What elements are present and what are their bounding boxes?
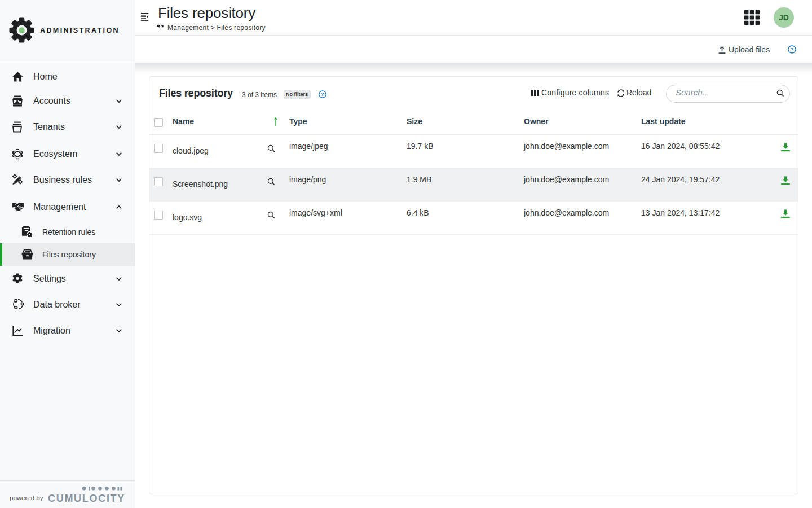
- svg-text:?: ?: [791, 46, 794, 52]
- svg-text:?: ?: [321, 91, 324, 97]
- svg-text:CUMULOCITY: CUMULOCITY: [48, 493, 125, 503]
